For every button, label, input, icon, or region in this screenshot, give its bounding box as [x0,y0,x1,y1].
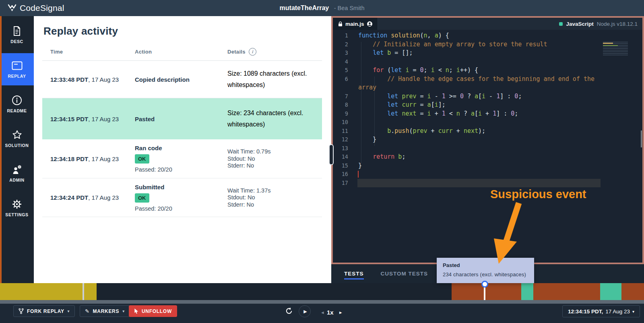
activity-row[interactable]: 12:34:15 PDT, 17 Aug 23PastedSize: 234 c… [42,98,322,139]
top-header-bar: CodeSignal mutateTheArray - Bea Smith [0,0,644,16]
editor-scrollbar-thumb[interactable] [641,130,642,147]
sidebar: DESCREPLAYREADMESOLUTIONADMINSETTINGS [0,16,34,283]
line-number: 5 [333,66,348,75]
status-badge: OK [135,193,149,203]
replay-timeline[interactable] [0,283,644,300]
tab-custom-tests[interactable]: CUSTOM TESTS [381,264,428,283]
code-editor-panel: main.js JavaScript Node.js v18.12.1 1fun… [331,16,644,264]
sidebar-item-solution[interactable]: SOLUTION [0,122,34,155]
activity-row[interactable]: 12:33:48 PDT, 17 Aug 23Copied descriptio… [42,61,322,98]
activity-time: 12:34:15 PDT, 17 Aug 23 [42,98,135,139]
code-line: 12 } [333,135,642,144]
code-line: 16 [333,170,642,179]
timestamp-dropdown[interactable]: 12:34:15 PDT, 17 Aug 23 ▾ [562,305,640,317]
task-title: mutateTheArray [280,4,329,11]
editor-tab-mainjs[interactable]: main.js [333,18,378,30]
restart-button[interactable] [285,307,293,315]
sidebar-item-label: ADMIN [9,178,24,182]
line-number: 15 [333,162,348,170]
activity-action: Copied description [135,61,227,98]
language-name: JavaScript [566,21,593,27]
timeline-segment[interactable] [600,283,621,300]
activity-details: Wait Time: 1.37sStdout: NoStderr: No [227,178,322,217]
activity-row[interactable]: 12:34:24 PDT, 17 Aug 23SubmittedOKPassed… [42,178,322,217]
code-line: 9 let next = i + 1 < n ? a[i + 1] : 0; [333,110,642,118]
sidebar-item-label: DESC [10,39,23,44]
sidebar-item-admin[interactable]: ADMIN [0,157,34,189]
playhead-knob[interactable] [481,281,488,288]
document-icon [12,25,22,36]
activity-table: Time Action Details i 12:33:48 PDT, 17 A… [42,43,322,217]
line-number: 11 [333,127,348,136]
timeline-segment[interactable] [621,283,644,300]
line-number: 17 [333,179,348,188]
details-info-icon[interactable]: i [249,48,256,56]
timeline-segment[interactable] [533,283,600,300]
panel-resize-handle[interactable] [329,144,334,165]
line-number: 10 [333,118,348,127]
activity-action: Ran codeOKPassed: 20/20 [135,139,227,178]
column-header-details: Details i [227,48,322,56]
speed-down-button[interactable]: ◂ [321,309,324,315]
minimap[interactable] [603,42,628,56]
replay-activity-panel: Replay activity Time Action Details i 12… [34,16,331,283]
timeline-segment[interactable] [521,283,533,300]
line-number: 14 [333,153,348,162]
line-number: 3 [333,49,348,58]
codesignal-logo: CodeSignal [7,0,64,16]
file-name: main.js [345,21,364,27]
tab-tests[interactable]: TESTS [344,264,364,283]
column-header-time: Time [42,49,135,55]
codesignal-goat-icon [7,3,17,13]
activity-details: Size: 234 characters (excl. whitespaces) [227,98,322,139]
line-number: 7 [333,92,348,101]
sidebar-item-replay[interactable]: REPLAY [0,53,34,85]
code-line: 8 let curr = a[i]; [333,101,642,110]
sidebar-item-desc[interactable]: DESC [0,19,34,51]
cursor-icon [134,308,138,314]
sidebar-item-readme[interactable]: README [0,88,34,120]
code-line: 2 // Initialize an empty array to store … [333,40,642,49]
timeline-segment[interactable] [83,283,84,300]
unfollow-button[interactable]: UNFOLLOW [129,305,177,317]
line-number: 4 [333,58,348,66]
language-runtime: Node.js v18.12.1 [597,21,638,27]
chevron-down-icon: ▾ [122,309,125,313]
star-icon [12,129,23,140]
code-line: 17 [333,179,642,188]
line-number: 12 [333,135,348,144]
code-line: 5 for (let i = 0; i < n; i++) { [333,66,642,75]
admin-icon [12,164,23,175]
tooltip-title: Pasted [443,262,528,268]
language-dot-icon [559,22,563,26]
activity-details: Size: 1089 characters (excl. whitespaces… [227,61,322,98]
chevron-down-icon: ▾ [68,309,70,313]
speed-up-button[interactable]: ▸ [339,309,342,315]
code-line: 11 b.push(prev + curr + next); [333,127,642,136]
code-line: 7 let prev = i - 1 >= 0 ? a[i - 1] : 0; [333,92,642,101]
candidate-name: - Bea Smith [334,5,365,11]
activity-time: 12:34:24 PDT, 17 Aug 23 [42,178,135,217]
tooltip-detail: 234 characters (excl. whitespaces) [443,271,528,277]
line-number: 16 [333,170,348,179]
fork-replay-button[interactable]: FORK REPLAY ▾ [13,305,75,317]
line-number: 2 [333,40,348,49]
line-number [333,83,348,92]
line-number: 9 [333,110,348,118]
timeline-segment[interactable] [0,283,97,300]
play-button[interactable]: ▶ [299,305,311,317]
code-editor[interactable]: 1function solution(n, a) {2 // Initializ… [333,30,642,263]
sidebar-item-settings[interactable]: SETTINGS [0,192,34,224]
paste-event-tooltip: Pasted 234 characters (excl. whitespaces… [437,258,534,283]
code-line: 15} [333,162,642,170]
pencil-icon: ✎ [85,308,90,314]
markers-button[interactable]: ✎ MARKERS ▾ [80,305,130,317]
activity-action: Pasted [135,98,227,139]
paste-warning-stripe [0,16,2,283]
status-badge: OK [135,154,149,164]
code-line: 14 return b; [333,153,642,162]
playback-speed: 1x [327,309,334,316]
activity-row[interactable]: 12:34:18 PDT, 17 Aug 23Ran codeOKPassed:… [42,139,322,178]
gear-icon [12,199,22,209]
timeline-scrollbar[interactable] [0,300,644,304]
